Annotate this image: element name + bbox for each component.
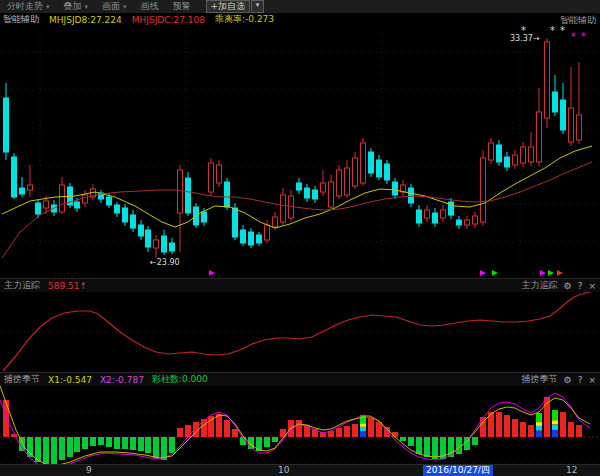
chevron-down-icon: ▾	[85, 3, 89, 11]
menu-overlay[interactable]: 叠加 ▾	[57, 0, 96, 13]
panel3-title: 捕捞季节	[4, 373, 40, 386]
chevron-down-icon: ▾	[123, 3, 127, 11]
add-watchlist-button[interactable]: +加自选	[206, 0, 251, 13]
axis-tick: 10	[278, 465, 289, 476]
indicator-value-3: 乖离率:-0.273	[215, 13, 274, 26]
menu-timeline-label: 分时走势	[7, 0, 43, 13]
menu-screen[interactable]: 画面 ▾	[95, 0, 134, 13]
close-icon[interactable]: ×	[588, 281, 596, 291]
high-price-label: 33.37→	[510, 34, 540, 43]
panel2-title: 主力追踪	[4, 279, 40, 292]
menu-drawline-label: 画线	[141, 0, 159, 13]
add-watchlist-dropdown[interactable]: ▾	[251, 0, 264, 13]
menu-drawline[interactable]: 画线	[134, 0, 166, 13]
indicator-value-1: MHJSJD8:27.224	[49, 15, 122, 25]
gear-icon[interactable]: ⚙	[564, 375, 572, 385]
panel3-title-right: 捕捞季节	[522, 373, 558, 386]
gear-icon[interactable]: ⚙	[564, 281, 572, 291]
low-price-label: ←23.90	[150, 258, 180, 267]
panel2-title-right: 主力追踪	[522, 279, 558, 292]
panel3-value-x2: X2:-0.787	[100, 375, 144, 385]
axis-tick: 9	[86, 465, 92, 476]
current-date-badge[interactable]: 2016/10/27/四	[423, 465, 493, 476]
date-axis[interactable]: 9 10 12 2016/10/27/四	[0, 464, 600, 476]
help-icon[interactable]: ?	[578, 281, 583, 291]
panel3-value-bars: 彩柱数:0.000	[152, 373, 208, 386]
chevron-down-icon: ▾	[46, 3, 50, 11]
axis-tick: 12	[566, 465, 577, 476]
menu-alert[interactable]: 预警	[166, 0, 198, 13]
trading-app-window: 分时走势 ▾ 叠加 ▾ 画面 ▾ 画线 预警 +加自选 ▾ 智能辅助 MHJSJ…	[0, 0, 600, 476]
menu-overlay-label: 叠加	[64, 0, 82, 13]
svg-text:*: *	[550, 26, 555, 36]
menu-timeline[interactable]: 分时走势 ▾	[0, 0, 57, 13]
svg-text:*: *	[560, 26, 565, 36]
main-force-tracking-canvas[interactable]	[0, 292, 600, 372]
fishing-season-canvas[interactable]	[0, 386, 600, 464]
candlestick-chart-canvas[interactable]: *****33.37→←23.90	[0, 26, 600, 278]
indicator-info-bar: 智能辅助 MHJSJD8:27.224 MHJSJDC:27.108 乖离率:-…	[0, 13, 600, 26]
indicator-title: 智能辅助	[3, 13, 39, 26]
svg-text:*: *	[571, 31, 576, 42]
panel3-value-x1: X1:-0.547	[48, 375, 92, 385]
top-toolbar: 分时走势 ▾ 叠加 ▾ 画面 ▾ 画线 预警 +加自选 ▾	[0, 0, 600, 13]
panel3-header: 捕捞季节 X1:-0.547 X2:-0.787 彩柱数:0.000 捕捞季节 …	[0, 372, 600, 386]
help-icon[interactable]: ?	[578, 375, 583, 385]
svg-text:*: *	[581, 31, 586, 42]
menu-screen-label: 画面	[102, 0, 120, 13]
close-icon[interactable]: ×	[588, 375, 596, 385]
indicator-value-2: MHJSJDC:27.108	[132, 15, 205, 25]
panel2-value: 589.51↑	[48, 281, 87, 291]
menu-alert-label: 预警	[173, 0, 191, 13]
panel2-header: 主力追踪 589.51↑ 主力追踪 ⚙ ? ×	[0, 278, 600, 292]
